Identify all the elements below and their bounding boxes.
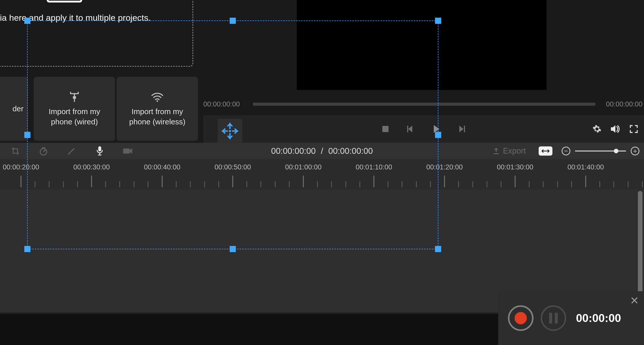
recorder-pause-button[interactable] <box>541 305 566 331</box>
screen-recorder-widget[interactable]: ✕ 00:00:00 <box>498 291 644 345</box>
svg-rect-8 <box>464 126 465 132</box>
zoom-control: − + <box>562 147 639 155</box>
ruler-tick-minor <box>614 181 614 187</box>
ruler-tick-major <box>21 176 21 187</box>
ruler-tick-minor <box>529 181 530 187</box>
ruler-tick-minor <box>458 181 459 187</box>
import-card-truncated-label: der <box>13 104 24 113</box>
selection-handle-top-mid[interactable] <box>230 18 236 24</box>
zoom-in-button[interactable]: + <box>631 147 639 155</box>
preview-settings-button[interactable] <box>591 123 603 135</box>
export-button[interactable]: Export <box>489 145 529 157</box>
preview-progress-end: 00:00:00:00 <box>602 100 642 108</box>
crop-tool-button[interactable] <box>10 146 20 156</box>
zoom-slider[interactable] <box>575 150 626 152</box>
ruler-tick-minor <box>642 181 642 187</box>
ruler-tick-major <box>515 176 516 187</box>
fullscreen-button[interactable] <box>628 123 639 135</box>
svg-rect-0 <box>48 0 81 2</box>
selection-handle-bottom-left[interactable] <box>24 246 30 252</box>
ruler-tick-minor <box>599 181 600 187</box>
volume-button[interactable] <box>610 123 621 135</box>
record-dot-icon <box>515 312 527 324</box>
ruler-tick-minor <box>486 181 487 187</box>
selection-handle-top-left[interactable] <box>24 18 30 24</box>
selection-handle-mid-right[interactable] <box>435 132 441 138</box>
ruler-tick-minor <box>628 181 628 187</box>
zoom-out-button[interactable]: − <box>562 147 570 155</box>
recorder-close-button[interactable]: ✕ <box>630 295 639 306</box>
selection-handle-top-right[interactable] <box>435 18 441 24</box>
zoom-slider-thumb[interactable] <box>614 149 618 153</box>
ruler-tick-minor <box>557 181 558 187</box>
ruler-tick-minor <box>571 181 572 187</box>
selection-handle-mid-left[interactable] <box>24 132 30 138</box>
capture-selection-box[interactable] <box>27 20 438 249</box>
fit-width-icon <box>541 148 550 154</box>
next-frame-button[interactable] <box>457 123 468 135</box>
ruler-tick-minor <box>501 181 501 187</box>
recorder-elapsed-time: 00:00:00 <box>576 312 621 325</box>
selection-handle-bottom-mid[interactable] <box>230 246 236 252</box>
ruler-label: 00:01:30:00 <box>497 163 534 171</box>
ruler-tick-major <box>585 176 586 187</box>
selection-handle-bottom-right[interactable] <box>435 246 441 252</box>
pause-bar-icon <box>555 313 558 324</box>
ruler-tick-minor <box>472 181 473 187</box>
ruler-label: 00:01:40:00 <box>568 163 604 171</box>
ruler-tick-minor <box>543 181 544 187</box>
upload-icon <box>493 147 500 155</box>
ruler-tick-major <box>444 176 445 187</box>
folder-down-icon <box>45 0 84 3</box>
pause-bar-icon <box>549 313 552 324</box>
import-card-truncated[interactable]: der <box>0 77 28 141</box>
export-label: Export <box>503 146 526 156</box>
recorder-record-button[interactable] <box>508 305 534 331</box>
fit-width-button[interactable] <box>539 146 552 156</box>
